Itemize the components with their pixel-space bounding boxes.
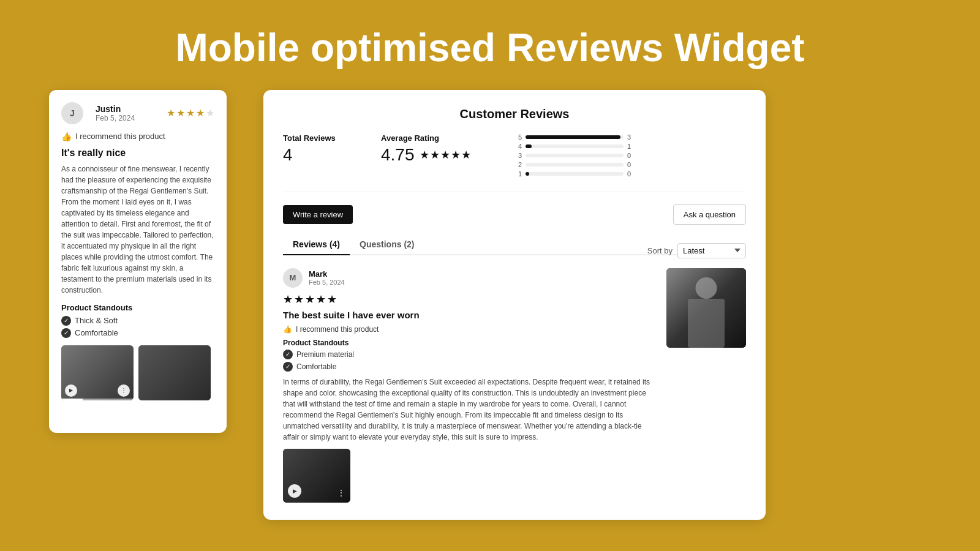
standout-label-2: Comfortable: [75, 328, 118, 337]
desktop-review-body: In terms of durability, the Regal Gentle…: [283, 377, 654, 443]
standout-label-1: Thick & Soft: [75, 316, 118, 325]
video-thumb-1[interactable]: ▶ ⋮: [61, 345, 134, 400]
video-progress-fill-1: [61, 399, 83, 400]
bar-count-1: 0: [627, 170, 637, 178]
bar-row-2: 2 0: [516, 161, 746, 168]
bar-track-3: [526, 154, 624, 157]
standout-item-1: ✓ Thick & Soft: [61, 316, 214, 326]
bar-row-3: 3 0: [516, 152, 746, 159]
tab-questions[interactable]: Questions (2): [350, 234, 424, 255]
ask-question-button[interactable]: Ask a question: [673, 204, 746, 225]
bars-section: 5 3 4 1 3: [516, 133, 746, 179]
desktop-video-thumb[interactable]: ▶ ⋮: [283, 449, 350, 503]
bar-fill-4: [526, 144, 532, 148]
desktop-recommend-text: I recommend this product: [296, 325, 379, 334]
desktop-review-title: The best suite I have ever worn: [283, 310, 654, 320]
desktop-reviewer-name: Mark: [309, 269, 345, 279]
desktop-review-left: M Mark Feb 5, 2024 ★ ★ ★ ★ ★ The best su…: [283, 268, 654, 503]
bar-count-4: 1: [627, 143, 637, 150]
reviewer-info: Justin Feb 5, 2024: [96, 104, 135, 122]
recommend-row: 👍 I recommend this product: [61, 132, 214, 141]
desktop-reviewer-photo: [666, 268, 746, 348]
desktop-review-right: [666, 268, 746, 503]
desktop-check-icon-2: ✓: [283, 362, 293, 372]
video-thumb-2[interactable]: [138, 345, 211, 400]
avg-star-3: ★: [440, 148, 450, 162]
bar-count-3: 0: [627, 152, 637, 159]
bar-track-1: [526, 172, 624, 176]
avg-star-1: ★: [420, 148, 429, 162]
person-head: [696, 277, 717, 299]
avg-stars: ★ ★ ★ ★ ★: [420, 148, 471, 162]
stats-row: Total Reviews 4 Average Rating 4.75 ★ ★ …: [283, 133, 746, 192]
avg-star-2: ★: [430, 148, 440, 162]
sort-select[interactable]: Latest Oldest Highest rated Lowest rated: [677, 243, 746, 258]
actions-row: Write a review Ask a question: [283, 204, 746, 225]
d-star-4: ★: [316, 293, 326, 306]
reviewer-date: Feb 5, 2024: [96, 114, 135, 122]
avg-number-text: 4.75: [381, 145, 415, 165]
recommend-text: I recommend this product: [75, 132, 165, 141]
desktop-reviewer-row: M Mark Feb 5, 2024: [283, 268, 654, 288]
bar-row-4: 4 1: [516, 143, 746, 150]
check-icon: ✓: [61, 316, 71, 326]
avg-star-5: ★: [461, 148, 471, 162]
star-3: ★: [186, 107, 195, 119]
bar-row-5: 5 3: [516, 133, 746, 141]
desktop-standouts: Product Standouts ✓ Premium material ✓ C…: [283, 339, 654, 372]
review-body: As a connoisseur of fine menswear, I rec…: [61, 163, 214, 296]
standouts-title: Product Standouts: [61, 303, 214, 312]
desktop-reviewer-info: Mark Feb 5, 2024: [309, 269, 345, 286]
page-title: Mobile optimised Reviews Widget: [0, 0, 980, 90]
desktop-recommend-row: 👍 I recommend this product: [283, 325, 654, 334]
desktop-standout-label-2: Comfortable: [296, 362, 336, 371]
desktop-avatar: M: [283, 268, 303, 288]
more-button-1[interactable]: ⋮: [118, 384, 130, 397]
d-star-1: ★: [283, 293, 293, 306]
d-star-2: ★: [294, 293, 304, 306]
check-icon-2: ✓: [61, 328, 71, 338]
review-header: J Justin Feb 5, 2024 ★ ★ ★ ★ ★: [61, 102, 214, 124]
desktop-reviewer-date: Feb 5, 2024: [309, 279, 345, 286]
mobile-widget: J Justin Feb 5, 2024 ★ ★ ★ ★ ★ 👍 I recom…: [49, 90, 227, 433]
bar-fill-1: [526, 172, 529, 176]
reviewer-name: Justin: [96, 104, 135, 114]
bar-label-1: 1: [516, 170, 522, 178]
desktop-widget: Customer Reviews Total Reviews 4 Average…: [263, 90, 766, 520]
d-star-3: ★: [305, 293, 315, 306]
bar-row-1: 1 0: [516, 170, 746, 178]
review-title: It's really nice: [61, 148, 214, 159]
bar-track-5: [526, 135, 624, 139]
thumbs-up-icon: 👍: [61, 132, 72, 141]
bar-label-2: 2: [516, 161, 522, 168]
avg-star-4: ★: [451, 148, 461, 162]
bar-count-5: 3: [627, 133, 637, 141]
bar-track-2: [526, 163, 624, 167]
desktop-review: M Mark Feb 5, 2024 ★ ★ ★ ★ ★ The best su…: [283, 268, 746, 503]
media-gradient-2: [138, 345, 211, 400]
video-progress-bar-1: [61, 399, 134, 400]
desktop-check-icon-1: ✓: [283, 350, 293, 359]
star-4: ★: [196, 107, 205, 119]
media-row: ▶ ⋮: [61, 345, 214, 400]
desktop-standout-2: ✓ Comfortable: [283, 362, 654, 372]
desktop-standouts-title: Product Standouts: [283, 339, 654, 347]
bar-fill-5: [526, 135, 620, 139]
star-5: ★: [206, 107, 214, 119]
desktop-standout-label-1: Premium material: [296, 350, 354, 359]
bar-label-5: 5: [516, 133, 522, 141]
desktop-play-button[interactable]: ▶: [288, 484, 301, 498]
standout-item-2: ✓ Comfortable: [61, 328, 214, 338]
tabs-sort-container: Reviews (4) Questions (2) Sort by Latest…: [283, 234, 746, 258]
average-rating-value: 4.75 ★ ★ ★ ★ ★: [381, 145, 516, 165]
bar-label-4: 4: [516, 143, 522, 150]
write-review-button[interactable]: Write a review: [283, 205, 353, 224]
d-star-5: ★: [327, 293, 337, 306]
tab-reviews[interactable]: Reviews (4): [283, 234, 350, 255]
star-1: ★: [167, 107, 175, 119]
avatar: J: [61, 102, 83, 124]
play-button-1[interactable]: ▶: [65, 384, 77, 397]
desktop-more-button[interactable]: ⋮: [337, 488, 345, 498]
thumbs-up-icon-desktop: 👍: [283, 325, 292, 334]
desktop-review-stars: ★ ★ ★ ★ ★: [283, 293, 654, 306]
